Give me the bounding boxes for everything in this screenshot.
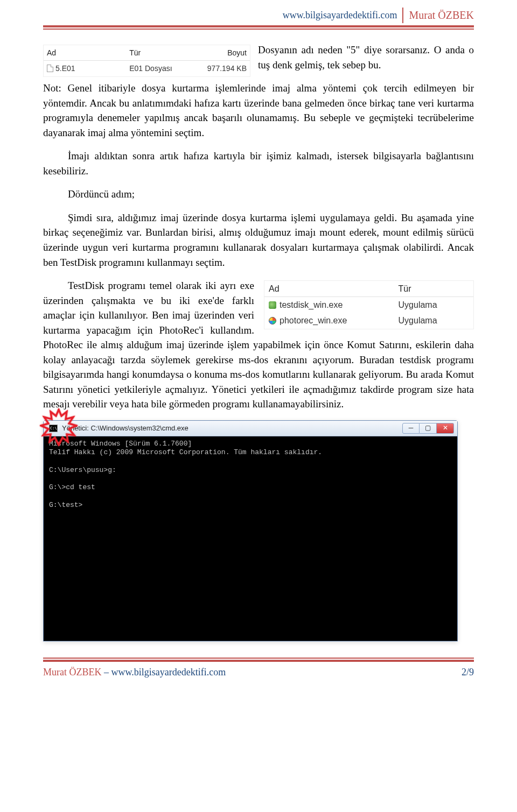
footer-author: Murat ÖZBEK: [43, 667, 101, 677]
cmd-title-text: Yönetici: C:\Windows\system32\cmd.exe: [62, 423, 188, 434]
page-footer: Murat ÖZBEK – www.bilgisayardedektifi.co…: [43, 665, 474, 689]
paragraph-step4-body: Şimdi sıra, aldığımız imaj üzerinde dosy…: [43, 210, 474, 270]
window-buttons: ─ ▢ ✕: [402, 423, 454, 434]
col-tur: Tür: [126, 45, 198, 61]
cmd-output: Microsoft Windows [Sürüm 6.1.7600] Telif…: [44, 436, 457, 641]
file-name: 5.E01: [55, 64, 75, 73]
col2-ad: Ad: [264, 281, 394, 297]
testdisk-icon: [269, 301, 276, 309]
testdisk-name: testdisk_win.exe: [280, 300, 343, 309]
cmd-titlebar: Yönetici: C:\Windows\system32\cmd.exe ─ …: [44, 421, 457, 436]
page-header: www.bilgisayardedektifi.com Murat ÖZBEK: [43, 0, 474, 27]
paragraph-note: Not: Genel itibariyle dosya kurtarma işl…: [43, 81, 474, 140]
maximize-button[interactable]: ▢: [420, 423, 437, 434]
testdisk-type: Uygulama: [394, 297, 473, 313]
footer-divider-thin: [43, 658, 474, 659]
header-url: www.bilgisayardedektifi.com: [283, 8, 397, 22]
photorec-name: photorec_win.exe: [280, 316, 347, 325]
col-boyut: Boyut: [198, 45, 250, 61]
header-author: Murat ÖZBEK: [402, 8, 474, 23]
footer-page-number: 2/9: [462, 665, 474, 679]
table-row: photorec_win.exe Uygulama: [264, 313, 473, 328]
file-list-e01: Ad Tür Boyut 5.E01 E01 Dosyası 977.194 K…: [43, 45, 250, 77]
starburst-highlight-icon: [40, 408, 78, 446]
cmd-window: Yönetici: C:\Windows\system32\cmd.exe ─ …: [43, 420, 458, 641]
minimize-button[interactable]: ─: [402, 423, 420, 434]
col-ad: Ad: [44, 45, 126, 61]
footer-left: Murat ÖZBEK – www.bilgisayardedektifi.co…: [43, 665, 226, 679]
table-row: testdisk_win.exe Uygulama: [264, 297, 473, 313]
footer-divider-thick: [43, 660, 474, 662]
file-icon: [47, 65, 53, 72]
footer-url: www.bilgisayardedektifi.com: [111, 667, 226, 677]
col2-tur: Tür: [394, 281, 473, 297]
cmd-screenshot: Yönetici: C:\Windows\system32\cmd.exe ─ …: [43, 420, 474, 641]
table-row: 5.E01 E01 Dosyası 977.194 KB: [44, 61, 250, 76]
footer-sep: –: [101, 667, 111, 677]
paragraph-after-image: İmajı aldıktan sonra artık hafıza kartıy…: [43, 149, 474, 178]
close-button[interactable]: ✕: [437, 423, 454, 434]
file-size: 977.194 KB: [198, 61, 250, 76]
file-list-testdisk: Ad Tür testdisk_win.exe Uygulama photore…: [264, 280, 474, 329]
photorec-type: Uygulama: [394, 313, 473, 328]
paragraph-step4-title: Dördüncü adım;: [43, 187, 474, 202]
photorec-icon: [269, 317, 276, 324]
svg-marker-0: [41, 409, 76, 445]
header-divider: [43, 29, 474, 30]
file-type: E01 Dosyası: [126, 61, 198, 76]
